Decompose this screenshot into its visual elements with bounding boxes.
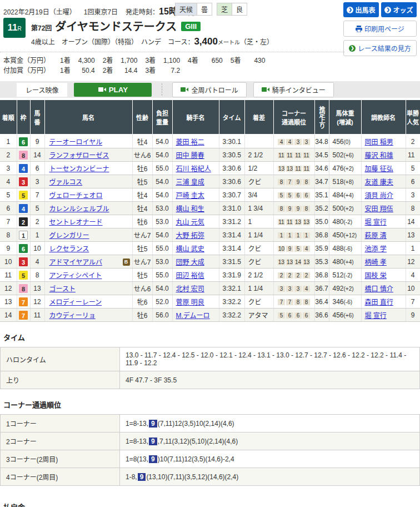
horse-name-link[interactable]: メロディーレーン [49,299,102,306]
horse-name-link[interactable]: アドマイヤアルバ [49,259,103,266]
jockey-link[interactable]: 田中 勝春 [176,152,204,160]
finish-position: 1 [0,135,17,148]
trainer-link[interactable]: 池添 学 [365,245,387,253]
trainer-link[interactable]: 須貝 尚介 [365,192,393,200]
horse-name-link[interactable]: アンティシペイト [49,272,102,280]
entry-table-button[interactable]: ❯出馬表 [343,2,379,17]
corner-order-post: )10(7,11)12(3,5)(14,6)-2,4 [158,455,234,463]
result-guide-button[interactable]: ❯レース結果の見方 [343,40,417,56]
horse-weight-value: 476 [333,165,344,172]
trainer-link[interactable]: 国枝 栄 [365,272,387,280]
trainer-link[interactable]: 橋口 慎介 [365,285,393,293]
win-popularity: 4 [406,269,420,282]
trainer-link[interactable]: 岡田 稲男 [365,138,393,146]
horse-name-link[interactable]: トーセンカンビーナ [49,165,109,173]
jockey-interview-button[interactable]: 騎手インタビュー [253,82,334,97]
horse-name-cell: トーセンカンビーナ [44,162,132,175]
corner-order-pre: 1=8-13, [126,420,148,428]
sex-age: 牡5 [132,242,152,255]
horse-weight-value: 492 [333,285,344,292]
corner-position: 5 [278,192,285,198]
column-header: 性齢 [132,100,152,135]
race-name: ダイヤモンドステークス [55,21,177,33]
horse-name-link[interactable]: ヴェローチェオロ [49,192,103,200]
corner-position: 2 [278,272,285,279]
trainer-link[interactable]: 安田 翔伍 [365,205,393,213]
jockey-link[interactable]: 北村 宏司 [176,285,204,293]
corner-position: 6 [303,192,310,198]
horse-weight-value: 346 [333,298,344,306]
jockey-link[interactable]: 横山 武史 [176,245,204,253]
bracket-cell: 8 [17,282,30,295]
corner-row-label: 2コーナー [1,433,120,450]
corner-order: 8798 [273,175,314,188]
added-prize-values: 1着50.42着14.43着7.2 [52,67,180,74]
prize-place: 5着 [231,56,241,66]
jockey-link[interactable]: 三浦 皇成 [176,178,204,186]
horse-name-link[interactable]: グレンガリー [49,232,89,240]
jockey-link[interactable]: 団野 大成 [176,259,204,266]
horse-name-link[interactable]: テーオーロイヤル [49,138,103,146]
corner-position: 3 [286,286,293,292]
carried-weight: 56.0 [152,309,172,322]
finish-position: 8 [0,228,17,242]
sex-age: 牡6 [132,162,152,175]
horse-name-link[interactable]: ランフォザローゼス [49,152,109,160]
last-3f: 36.6 [314,309,329,322]
corner-position: 11 [303,166,310,172]
last-3f: 35.0 [314,215,329,228]
bracket-number: 6 [19,244,28,253]
jockey-link[interactable]: 菱田 裕二 [176,138,204,146]
corner-position: 5 [294,246,302,252]
win-popularity: 1 [406,242,420,255]
corner-position: 1 [286,232,293,238]
result-guide-label: レース結果の見方 [358,43,411,53]
horse-name-link[interactable]: カレンルシェルブル [49,205,109,213]
horse-name-link[interactable]: セントレオナード [49,218,103,226]
jockey-cell: 北村 宏司 [172,282,219,295]
horse-name-link[interactable]: カウディーリョ [49,312,96,320]
sex-age: 牝6 [132,295,152,309]
column-header: 単勝人気 [406,100,420,135]
jockey-link[interactable]: 大野 拓弥 [176,232,204,240]
jockey-link[interactable]: 戸崎 圭太 [176,192,204,200]
jockey-link[interactable]: 石川 裕紀人 [176,165,211,173]
last-3f: 35.3 [314,255,329,269]
odds-button[interactable]: ❯オッズ [381,2,417,17]
horse-number: 8 [30,269,44,282]
patrol-video-button[interactable]: 全周パトロール [172,82,246,97]
jockey-link[interactable]: 田辺 裕信 [176,272,204,280]
header-line: (増減) [329,117,361,126]
trainer-link[interactable]: 堀 宣行 [365,218,387,226]
jockey-link[interactable]: 横山 和生 [176,205,204,213]
corner-position: 13 [286,166,293,172]
trainer-link[interactable]: 柄崎 孝 [365,259,387,266]
margin: クビ [244,242,273,255]
course-label: コース： [168,38,194,46]
horse-name-link[interactable]: ゴースト [49,285,76,293]
time: 3:30.1 [219,135,244,148]
trainer-link[interactable]: 萩原 清 [365,232,387,240]
jockey-link[interactable]: 菅原 明良 [176,299,204,306]
trainer-link[interactable]: 加藤 征弘 [365,165,393,173]
win-popularity: 13 [406,228,420,242]
trainer-link[interactable]: 友道 康夫 [365,178,393,186]
prize-place: 1着 [60,66,71,76]
trainer-link[interactable]: 堀 宣行 [365,312,387,320]
carried-weight: 53.0 [152,202,172,215]
horse-name-link[interactable]: ヴァルコス [49,178,83,186]
horse-number: 13 [30,282,44,295]
jockey-link[interactable]: M.デムーロ [176,312,210,320]
horse-weight-value: 488 [333,245,344,252]
horse-name-link[interactable]: レクセランス [49,245,89,253]
trainer-cell: 堀 宣行 [361,215,406,228]
result-row: 433ヴァルコス牡554.0三浦 皇成3:30.6クビ879834.7518(+… [0,175,420,188]
horse-name-cell: テーオーロイヤル [44,135,132,148]
result-row: 12813ゴーストせん654.0北村 宏司3:32.11 1/4333436.7… [0,282,420,295]
print-page-button[interactable]: 印刷用ページ [343,21,417,37]
trainer-link[interactable]: 森田 直行 [365,299,393,306]
play-button[interactable]: PLAY [74,83,152,97]
jockey-cell: 田中 勝春 [172,148,219,162]
trainer-link[interactable]: 藤沢 和雄 [365,152,393,160]
jockey-link[interactable]: 丸山 元気 [176,218,204,226]
